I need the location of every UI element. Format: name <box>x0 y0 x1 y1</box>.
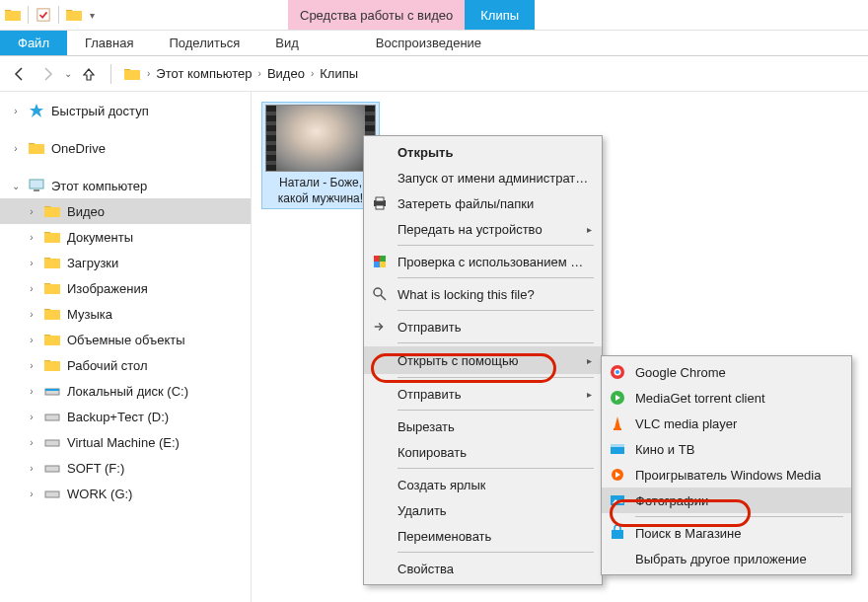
history-dropdown[interactable]: ⌄ <box>61 60 75 88</box>
tree-drive-d[interactable]: › Backup+Тест (D:) <box>0 404 251 429</box>
tab-file[interactable]: Файл <box>0 31 67 55</box>
ctx-rename[interactable]: Переименовать <box>364 523 602 549</box>
svg-rect-14 <box>374 262 380 267</box>
tree-drive-g[interactable]: › WORK (G:) <box>0 481 251 506</box>
chevron-right-icon[interactable]: › <box>311 68 314 79</box>
openwith-vlc[interactable]: VLC media player <box>602 411 851 436</box>
ctx-cut[interactable]: Вырезать <box>364 414 602 439</box>
forward-button[interactable] <box>34 60 61 88</box>
openwith-chrome[interactable]: Google Chrome <box>602 359 851 385</box>
ctx-label: Проигрыватель Windows Media <box>635 468 821 483</box>
tab-playback[interactable]: Воспроизведение <box>358 31 499 55</box>
ctx-open[interactable]: Открыть <box>364 139 602 165</box>
ctx-open-with[interactable]: Открыть с помощью▸ <box>364 346 602 374</box>
folder-icon <box>43 228 61 246</box>
movies-tv-icon <box>608 439 627 459</box>
openwith-choose[interactable]: Выбрать другое приложение <box>602 546 851 571</box>
ctx-send-to[interactable]: Отправить <box>364 314 602 339</box>
tree-label: Локальный диск (C:) <box>67 384 188 399</box>
back-button[interactable] <box>6 60 34 88</box>
folder-icon <box>4 6 22 24</box>
tree-onedrive[interactable]: › OneDrive <box>0 135 251 161</box>
file-item[interactable]: Натали - Боже, какой мужчина! <box>261 102 380 209</box>
ctx-copy[interactable]: Копировать <box>364 439 602 465</box>
openwith-wmp[interactable]: Проигрыватель Windows Media <box>602 462 851 488</box>
svg-rect-2 <box>34 189 39 191</box>
chevron-right-icon[interactable]: › <box>26 335 37 345</box>
up-button[interactable] <box>75 60 103 88</box>
ctx-label: Фотографии <box>635 493 708 508</box>
ctx-label: Затереть файлы/папки <box>398 196 534 211</box>
chevron-right-icon[interactable]: › <box>26 463 37 474</box>
tree-drive-e[interactable]: › Virtual Machine (E:) <box>0 429 251 455</box>
chevron-right-icon[interactable]: › <box>26 258 37 268</box>
separator <box>398 410 594 411</box>
openwith-store[interactable]: Поиск в Магазине <box>602 520 851 546</box>
qat-folder-icon[interactable] <box>65 6 83 24</box>
quick-access-toolbar: ▾ <box>0 0 101 30</box>
tree-documents[interactable]: › Документы <box>0 224 251 250</box>
folder-icon <box>43 279 61 297</box>
tree-3d-objects[interactable]: › Объемные объекты <box>0 327 251 352</box>
ctx-cast[interactable]: Передать на устройство▸ <box>364 216 602 242</box>
qat-dropdown-icon[interactable]: ▾ <box>87 6 97 24</box>
qat-properties-icon[interactable] <box>35 6 52 24</box>
tree-music[interactable]: › Музыка <box>0 301 251 327</box>
chevron-right-icon[interactable]: › <box>26 206 37 217</box>
tree-videos[interactable]: › Видео <box>0 198 251 224</box>
chevron-right-icon[interactable]: › <box>26 437 37 448</box>
chevron-right-icon[interactable]: › <box>147 68 150 79</box>
openwith-photos[interactable]: Фотографии <box>602 488 851 513</box>
ctx-locking[interactable]: What is locking this file? <box>364 281 602 307</box>
svg-rect-4 <box>45 389 59 391</box>
tab-share[interactable]: Поделиться <box>151 31 257 55</box>
tree-pictures[interactable]: › Изображения <box>0 275 251 301</box>
separator <box>110 64 111 84</box>
tree-drive-f[interactable]: › SOFT (F:) <box>0 455 251 481</box>
crumb-videos[interactable]: Видео <box>267 66 305 81</box>
ctx-shortcut[interactable]: Создать ярлык <box>364 472 602 497</box>
chevron-right-icon[interactable]: › <box>10 106 22 116</box>
svg-rect-15 <box>380 262 386 267</box>
tree-label: Backup+Тест (D:) <box>67 410 169 424</box>
tree-label: Музыка <box>67 307 112 322</box>
tree-quick-access[interactable]: › Быстрый доступ <box>0 98 251 123</box>
contextual-tab-label: Средства работы с видео <box>300 8 453 23</box>
crumb-folder[interactable]: Клипы <box>320 66 358 81</box>
chevron-right-icon[interactable]: › <box>258 68 261 79</box>
open-with-submenu: Google Chrome MediaGet torrent client VL… <box>601 355 852 575</box>
chevron-right-icon[interactable]: › <box>26 386 37 397</box>
chevron-right-icon[interactable]: › <box>26 309 37 320</box>
breadcrumb[interactable]: › Этот компьютер › Видео › Клипы <box>123 65 358 83</box>
chevron-right-icon[interactable]: › <box>10 143 22 154</box>
tab-home[interactable]: Главная <box>67 31 151 55</box>
chevron-right-icon[interactable]: › <box>26 360 37 371</box>
chevron-right-icon[interactable]: › <box>26 283 37 294</box>
crumb-this-pc[interactable]: Этот компьютер <box>156 66 252 81</box>
tree-label: Объемные объекты <box>67 333 185 347</box>
photos-icon <box>608 490 627 510</box>
ctx-shred[interactable]: Затереть файлы/папки <box>364 190 602 216</box>
tab-view[interactable]: Вид <box>257 31 317 55</box>
ctx-properties[interactable]: Свойства <box>364 556 602 581</box>
mediaget-icon <box>608 388 627 408</box>
separator <box>398 277 594 278</box>
tree-label: Этот компьютер <box>51 179 147 193</box>
openwith-mediaget[interactable]: MediaGet torrent client <box>602 385 851 411</box>
ctx-send[interactable]: Отправить▸ <box>364 381 602 407</box>
chevron-down-icon[interactable]: ⌄ <box>10 181 22 191</box>
tree-downloads[interactable]: › Загрузки <box>0 250 251 275</box>
chevron-right-icon[interactable]: › <box>26 489 37 499</box>
openwith-movies-tv[interactable]: Кино и ТВ <box>602 436 851 462</box>
tree-this-pc[interactable]: ⌄ Этот компьютер <box>0 173 251 198</box>
ctx-run-as-admin[interactable]: Запуск от имени администратора <box>364 165 602 190</box>
tree-drive-c[interactable]: › Локальный диск (C:) <box>0 378 251 404</box>
folder-icon <box>43 305 61 323</box>
ctx-defender[interactable]: Проверка с использованием Windows Defend… <box>364 249 602 274</box>
chevron-right-icon[interactable]: › <box>26 232 37 243</box>
ctx-delete[interactable]: Удалить <box>364 497 602 523</box>
ctx-label: Копировать <box>398 445 467 460</box>
ribbon-tabs: Файл Главная Поделиться Вид Воспроизведе… <box>0 31 868 56</box>
chevron-right-icon[interactable]: › <box>26 412 37 422</box>
tree-desktop[interactable]: › Рабочий стол <box>0 352 251 378</box>
